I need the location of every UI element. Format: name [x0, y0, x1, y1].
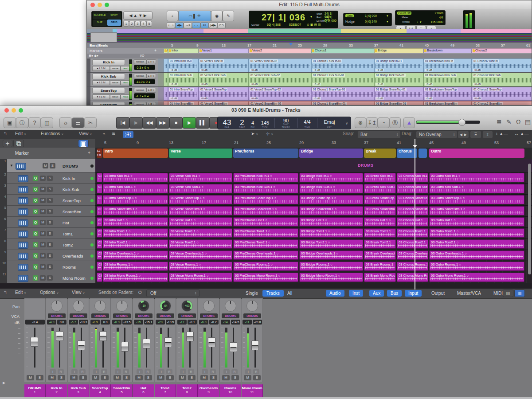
edit-mode-slip[interactable]: SLIP: [93, 20, 107, 26]
snap-select[interactable]: Bar⇕: [357, 131, 401, 138]
lg-region[interactable]: 03 Break Rooms.1: [364, 262, 396, 271]
lg-track-header-tom2[interactable]: QMSTom2: [7, 239, 95, 250]
pt-volume-display[interactable]: -1.7 ▸ 0 ◂: [134, 93, 155, 98]
solo-button[interactable]: S: [47, 209, 53, 214]
add-marker-button[interactable]: +: [154, 48, 156, 53]
vca-assignment[interactable]: DRUMS: [156, 313, 174, 318]
mute-button[interactable]: M: [27, 375, 34, 380]
lcd-time-signature[interactable]: 4/4TIME: [297, 117, 317, 129]
peak-readout[interactable]: -13.5: [122, 320, 132, 325]
pt-region[interactable]: 01 Intro Kick In-0↑0 dB: [168, 59, 199, 72]
lg-region[interactable]: 03 Intro Kick In.1 ○: [103, 173, 168, 182]
lg-region[interactable]: 03 PreChorus Rooms.1 ○: [233, 262, 298, 271]
mute-button[interactable]: M: [179, 375, 186, 380]
volume-readout[interactable]: -3.4: [25, 320, 45, 325]
pt-region[interactable]: 01 Breakdown Kick In↑0 dB: [423, 59, 472, 72]
mixer-toggle-icon[interactable]: ⚌: [72, 117, 84, 128]
mute-button[interactable]: M: [92, 375, 99, 380]
master-volume-thumb[interactable]: [458, 119, 466, 126]
quantize-button[interactable]: Q: [33, 187, 38, 192]
peak-readout[interactable]: -15.1: [144, 320, 153, 325]
lg-region[interactable]: 03 Outro Overheads.1 ○: [429, 250, 524, 260]
lg-region[interactable]: 03 Intro Overheads.1 ○: [103, 250, 168, 260]
pan-knob[interactable]: [51, 300, 63, 312]
lg-track-header-overheads[interactable]: QMSOverheads: [7, 250, 95, 261]
pt-marker-verse2[interactable]: Verse2: [249, 48, 311, 53]
peak-readout[interactable]: 0.0: [57, 320, 66, 325]
channel-strip-snaretop[interactable]: DRUMS-0.90.0IRMS: [90, 298, 111, 382]
pt-track-header[interactable]: Kick In● I S MwavereadnoinputL-R ↕-0.3 ▸…: [87, 59, 158, 72]
channel-name-plate[interactable]: Kick In2: [46, 384, 67, 398]
lg-region[interactable]: 03 PreChorus SnareTop.1 ○: [233, 195, 298, 204]
lg-region[interactable]: 03 Break Overheads.1: [364, 250, 396, 260]
solo-button[interactable]: S: [47, 264, 53, 270]
logic-bar-ruler[interactable]: 59131721252933374145495357: [95, 139, 532, 148]
zoom-controls[interactable]: ◀ ▲ ▼ ▶: [123, 12, 153, 20]
pan-knob[interactable]: [225, 300, 236, 312]
zoom-preset-1[interactable]: 1: [123, 21, 129, 27]
peak-readout[interactable]: 0.0: [101, 320, 110, 325]
pt-region[interactable]: [164, 101, 168, 106]
input-monitor-button[interactable]: I: [223, 369, 230, 374]
fader-track[interactable]: [34, 328, 35, 368]
mute-button[interactable]: M: [40, 253, 46, 258]
lg-region[interactable]: 03 Break SnareBtm.1: [364, 206, 396, 215]
fader-cap[interactable]: [143, 339, 150, 348]
peak-readout[interactable]: -20.8: [253, 320, 262, 325]
pause-button[interactable]: ▌▌: [196, 117, 209, 129]
pan-knob[interactable]: +63: [181, 300, 193, 312]
pan-knob[interactable]: [94, 300, 106, 312]
fader-cap[interactable]: [251, 340, 259, 350]
track-header-view-button[interactable]: ▣: [78, 140, 89, 147]
counter-chevron-icon[interactable]: ▾: [310, 15, 312, 19]
pt-track-view-button[interactable]: wave: [110, 80, 121, 85]
solo-button[interactable]: S: [47, 275, 53, 281]
record-arm-button[interactable]: R: [188, 369, 194, 374]
input-monitor-button[interactable]: I: [180, 369, 186, 374]
mixer-filter-audio[interactable]: Audio: [326, 290, 344, 297]
mute-button[interactable]: M: [40, 264, 46, 270]
quantize-button[interactable]: Q: [33, 198, 38, 203]
pan-knob[interactable]: [73, 300, 84, 312]
lg-track-header-mono-room[interactable]: QMSMono Room: [7, 272, 95, 283]
pt-volume-display[interactable]: -11.0 ▸ 0 ◂: [134, 79, 155, 84]
edit-mode-shuffle[interactable]: SHUFFLE: [93, 12, 107, 19]
volume-readout[interactable]: -11: [243, 320, 252, 325]
mixer-view-menu[interactable]: View ∨: [72, 290, 85, 295]
wide-strips-icon[interactable]: ▥: [514, 289, 525, 297]
solo-button[interactable]: S: [47, 253, 53, 258]
pt-input-selector[interactable]: noinput: [134, 102, 146, 106]
lg-region[interactable]: 03 Chorus Kick Sub.1: [397, 184, 428, 193]
pt-region[interactable]: 01 Verse1 SnareTop↑0 dB: [199, 87, 249, 101]
main-counter-lcd[interactable]: 27| 1| 036 ▾ Start 24| 1| 000 End 24| 1|…: [249, 11, 338, 28]
channel-name-plate[interactable]: DRUMS1: [24, 384, 46, 398]
lg-region[interactable]: 03 PreChorus Mono Room.1 ○: [233, 273, 298, 282]
volume-readout[interactable]: -17: [177, 320, 187, 325]
lg-region[interactable]: 03 Outro Kick Sub.1 ○: [429, 184, 524, 193]
mute-button[interactable]: M: [40, 187, 46, 192]
mixer-filter-master-vca[interactable]: Master/VCA: [454, 290, 485, 297]
lg-region[interactable]: 03 Verse Tom1.1 ○: [169, 228, 232, 238]
lg-region[interactable]: 03 Chorus SnareTop.1: [397, 195, 428, 204]
pt-marker-verse1[interactable]: Verse1: [199, 48, 249, 53]
solo-button[interactable]: S: [210, 375, 217, 380]
lg-region[interactable]: 03 PreChorus Kick Sub.1 ○: [233, 184, 298, 193]
lg-region[interactable]: 03 Bridge SnareTop.1 ○: [299, 195, 363, 204]
lg-region[interactable]: 03 Break Mono Room.1: [364, 273, 396, 282]
record-enable-dot[interactable]: [90, 266, 94, 269]
pt-region[interactable]: 01 Breakdown SnareBtm↑0 dB: [423, 101, 472, 106]
record-arm-button[interactable]: R: [58, 369, 64, 374]
lg-track-header-rooms[interactable]: QMSRooms: [7, 261, 95, 272]
lg-region[interactable]: 03 Intro SnareTop.1 ○: [103, 195, 168, 204]
lg-region[interactable]: 03 Outro SnareBtm.1 ○: [429, 206, 524, 215]
mixer-filter-bus[interactable]: Bus: [387, 290, 402, 297]
channel-name-plate[interactable]: SnareTop4: [90, 384, 111, 398]
solo-mode-icon[interactable]: Ⓢ: [389, 117, 401, 128]
record-enable-dot[interactable]: [90, 277, 94, 280]
pt-track-gutter[interactable]: [87, 101, 90, 106]
record-enable-dot[interactable]: [90, 254, 94, 258]
lg-region[interactable]: 03 Outro SnareTop.1 ○: [429, 195, 524, 204]
playhead-handle-icon[interactable]: [413, 145, 417, 150]
fader-cap[interactable]: [78, 340, 85, 350]
input-monitor-button[interactable]: I: [71, 369, 78, 374]
